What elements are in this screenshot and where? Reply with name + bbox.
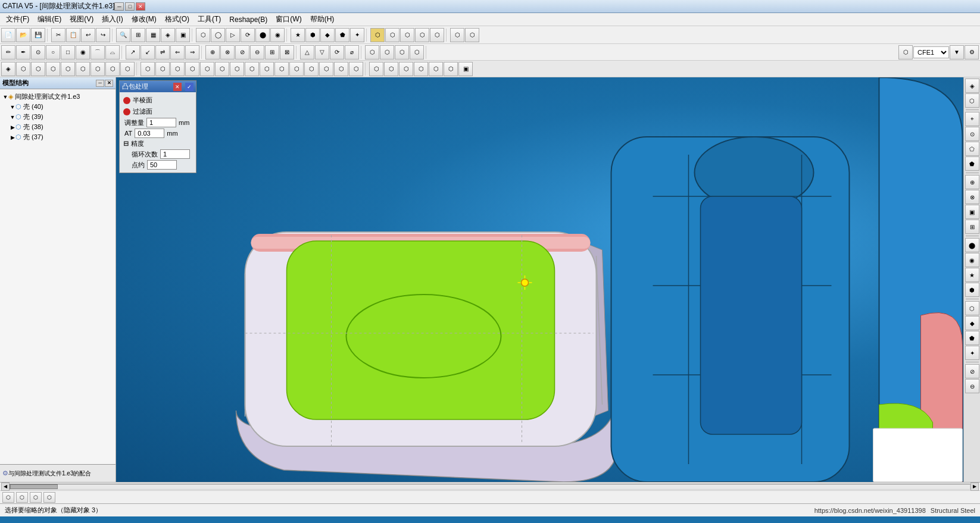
rt-btn-17[interactable]: ⬟ <box>965 331 979 345</box>
hex-button[interactable]: ⬢ <box>305 28 320 42</box>
select-button[interactable]: ▣ <box>176 28 190 42</box>
rt-btn-20[interactable]: ⊖ <box>965 379 979 393</box>
rotate-button[interactable]: ⟳ <box>241 28 255 42</box>
op-btn-5[interactable]: ⊞ <box>265 45 279 59</box>
3d-btn-30[interactable]: ⬡ <box>444 62 458 76</box>
rt-btn-1[interactable]: ◈ <box>965 79 979 93</box>
rt-btn-8[interactable]: ⊗ <box>965 190 979 204</box>
dir-btn-5[interactable]: ⇒ <box>185 45 199 59</box>
dir-btn-2[interactable]: ↙ <box>141 45 155 59</box>
hscroll-left[interactable]: ◀ <box>1 483 10 491</box>
3d-btn-17[interactable]: ⬡ <box>245 62 259 76</box>
menu-insert[interactable]: 插入(I) <box>98 13 126 26</box>
3d-btn-6[interactable]: ⬡ <box>76 62 90 76</box>
target-button[interactable]: ◉ <box>270 28 285 42</box>
3d-btn-20[interactable]: ⬡ <box>289 62 304 76</box>
3d-btn-23[interactable]: ⬡ <box>334 62 348 76</box>
3d-btn-9[interactable]: ⬡ <box>120 62 135 76</box>
tree-minimize[interactable]: ─ <box>96 80 104 87</box>
feature-panel-confirm[interactable]: ✓ <box>185 83 193 91</box>
precision-minus[interactable]: ⊟ <box>123 140 129 148</box>
3d-btn-5[interactable]: ⬡ <box>61 62 75 76</box>
rt-btn-16[interactable]: ◆ <box>965 316 979 330</box>
3d-btn-11[interactable]: ⬡ <box>155 62 170 76</box>
action-btn-2[interactable]: ⬡ <box>385 28 400 42</box>
3d-btn-29[interactable]: ⬡ <box>429 62 443 76</box>
settings-button[interactable]: ⚙ <box>965 45 979 59</box>
action-btn-1[interactable]: ⬡ <box>370 28 385 42</box>
feature-panel-close[interactable]: ✕ <box>173 83 182 91</box>
rt-btn-6[interactable]: ⬟ <box>965 156 979 171</box>
rt-btn-4[interactable]: ⊙ <box>965 127 979 141</box>
tree-expand-root[interactable]: ▼ <box>2 94 8 100</box>
3d-btn-7[interactable]: ⬡ <box>90 62 105 76</box>
draw-btn-8[interactable]: ⌓ <box>105 45 120 59</box>
3d-btn-4[interactable]: ⬡ <box>46 62 60 76</box>
tree-item-shell40[interactable]: ▼ ⬡ 壳 (40) <box>1 102 114 112</box>
3d-btn-21[interactable]: ⬡ <box>304 62 319 76</box>
geom-btn-1[interactable]: △ <box>300 45 314 59</box>
draw-btn-1[interactable]: ✏ <box>1 45 15 59</box>
rt-btn-15[interactable]: ⬡ <box>965 301 979 315</box>
3d-btn-13[interactable]: ⬡ <box>185 62 199 76</box>
view3d-btn-1[interactable]: ⬡ <box>898 45 913 59</box>
draw-btn-6[interactable]: ◉ <box>76 45 90 59</box>
rt-btn-3[interactable]: ⌖ <box>965 112 979 126</box>
tree-close[interactable]: ✕ <box>105 80 113 87</box>
dir-btn-3[interactable]: ⇌ <box>155 45 170 59</box>
menu-help[interactable]: 帮助(H) <box>307 13 338 26</box>
3d-btn-8[interactable]: ⬡ <box>105 62 120 76</box>
extra-btn-3[interactable]: ⬡ <box>395 45 409 59</box>
copy-button[interactable]: 📋 <box>66 28 80 42</box>
extra-btn-2[interactable]: ⬡ <box>380 45 394 59</box>
bi-btn-2[interactable]: ⬡ <box>16 492 28 503</box>
shape-btn-2[interactable]: ◯ <box>211 28 225 42</box>
rt-btn-14[interactable]: ⬢ <box>965 283 979 297</box>
tolerance-input[interactable]: 1 <box>146 118 176 127</box>
minimize-button[interactable]: ─ <box>114 2 124 11</box>
rt-btn-18[interactable]: ✦ <box>965 346 979 360</box>
geom-btn-2[interactable]: ▽ <box>315 45 329 59</box>
3d-btn-2[interactable]: ⬡ <box>16 62 30 76</box>
grid-button[interactable]: ⊞ <box>131 28 145 42</box>
redo-button[interactable]: ↪ <box>96 28 110 42</box>
star-button[interactable]: ★ <box>291 28 305 42</box>
rt-btn-10[interactable]: ⊞ <box>965 220 979 234</box>
menu-tools[interactable]: 工具(T) <box>194 13 224 26</box>
zoom-button[interactable]: 🔍 <box>116 28 130 42</box>
maximize-button[interactable]: □ <box>125 2 135 11</box>
rt-btn-7[interactable]: ⊕ <box>965 175 979 189</box>
tree-expand-shell38[interactable]: ▶ <box>10 124 15 130</box>
draw-btn-3[interactable]: ⊙ <box>31 45 45 59</box>
geom-btn-3[interactable]: ⟳ <box>330 45 344 59</box>
bi-btn-3[interactable]: ⬡ <box>30 492 42 503</box>
rt-btn-12[interactable]: ◉ <box>965 253 979 267</box>
cut-button[interactable]: ✂ <box>51 28 65 42</box>
tree-expand-shell40[interactable]: ▼ <box>10 104 15 110</box>
menu-view[interactable]: 视图(V) <box>66 13 97 26</box>
3d-btn-19[interactable]: ⬡ <box>274 62 289 76</box>
3d-btn-28[interactable]: ⬡ <box>414 62 428 76</box>
3d-btn-12[interactable]: ⬡ <box>170 62 185 76</box>
menu-window[interactable]: 窗口(W) <box>272 13 305 26</box>
point-button[interactable]: ⬤ <box>255 28 270 42</box>
tree-expand-shell37[interactable]: ▶ <box>10 134 15 140</box>
view-button[interactable]: ▦ <box>146 28 160 42</box>
tree-item-shell38[interactable]: ▶ ⬡ 壳 (38) <box>1 122 114 132</box>
shape-btn-3[interactable]: ▷ <box>226 28 240 42</box>
point-input[interactable]: 50 <box>147 160 177 170</box>
menu-format[interactable]: 格式(O) <box>161 13 193 26</box>
save-button[interactable]: 💾 <box>31 28 45 42</box>
loop-input[interactable]: 1 <box>160 149 190 159</box>
3d-btn-10[interactable]: ⬡ <box>141 62 155 76</box>
bi-btn-1[interactable]: ⬡ <box>2 492 14 503</box>
3d-btn-14[interactable]: ⬡ <box>200 62 214 76</box>
diamond-button[interactable]: ◆ <box>320 28 335 42</box>
3d-btn-31[interactable]: ▣ <box>458 62 473 76</box>
extra-btn-1[interactable]: ⬡ <box>365 45 379 59</box>
draw-btn-4[interactable]: ○ <box>46 45 60 59</box>
open-button[interactable]: 📂 <box>16 28 30 42</box>
action-btn-5[interactable]: ⬡ <box>430 28 444 42</box>
draw-btn-5[interactable]: □ <box>61 45 75 59</box>
extra-btn-4[interactable]: ⬡ <box>410 45 424 59</box>
